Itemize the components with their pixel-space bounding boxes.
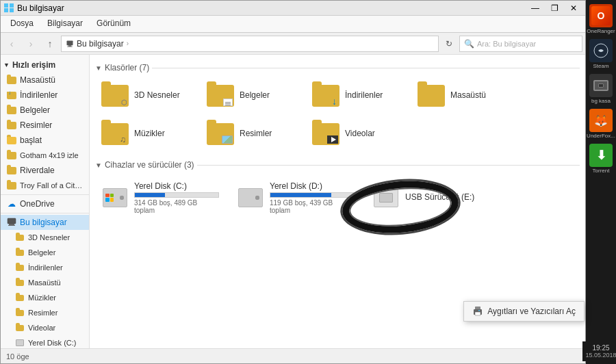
svg-rect-3	[10, 3, 14, 8]
sidebar-item-muzikler[interactable]: Müzikler	[1, 290, 89, 305]
svg-rect-6	[67, 46, 73, 47]
address-path-text: Bu bilgisayar	[77, 39, 124, 49]
drive-d-name: Yerel Disk (D:)	[270, 181, 355, 191]
taskbar-icon-torrent[interactable]: ⬇ Torrent	[588, 142, 614, 175]
folder-label-belgeler: Belgeler	[240, 90, 270, 101]
folder-item-resimler[interactable]: Resimler	[201, 116, 303, 152]
sidebar: ▼ Hızlı erişim Masaüstü İndirilenler Bel…	[1, 55, 90, 348]
sidebar-item-resimler2[interactable]: Resimler	[1, 305, 89, 320]
sidebar-item-baslat[interactable]: başlat	[1, 133, 89, 148]
drive-item-c[interactable]: Yerel Disk (C:) 314 GB boş, 489 GB topla…	[95, 175, 225, 220]
devices-section-header: ▼ Cihazlar ve sürücüler (3)	[95, 160, 580, 170]
date-display: 15.05.2018	[585, 352, 616, 359]
drive-c-name: Yerel Disk (C:)	[134, 181, 219, 191]
title-bar-controls: — ❐ ✕	[526, 2, 582, 14]
devices-chevron[interactable]: ▼	[95, 161, 102, 169]
svg-rect-0	[4, 8, 8, 12]
drive-d-space: 119 GB boş, 439 GB toplam	[270, 199, 355, 214]
folder-label-3d: 3D Nesneler	[134, 90, 180, 101]
folders-grid: ⬡ 3D Nesneler Belgeler	[95, 78, 580, 152]
sidebar-item-c[interactable]: Yerel Disk (C:)	[1, 335, 89, 348]
refresh-button[interactable]: ↻	[441, 36, 457, 51]
bgkasa-label: bg kasa	[591, 98, 611, 104]
ribbon-tab-gorunum[interactable]: Görünüm	[90, 16, 138, 32]
ribbon: Dosya Bilgisayar Görünüm	[1, 16, 585, 33]
folder-label-videolar: Videolar	[345, 129, 375, 140]
devices-header-text: Cihazlar ve sürücüler (3)	[105, 160, 194, 170]
sidebar-item-indirilenler2[interactable]: İndirilenler	[1, 260, 89, 275]
folder-item-indirilenler[interactable]: ↓ İndirilenler	[306, 78, 409, 114]
maximize-button[interactable]: ❐	[546, 2, 563, 14]
svg-rect-13	[475, 312, 480, 315]
drives-grid: Yerel Disk (C:) 314 GB boş, 489 GB topla…	[95, 175, 580, 220]
svg-rect-9	[8, 225, 15, 226]
sidebar-item-masaustu[interactable]: Masaüstü	[1, 73, 89, 88]
forward-button[interactable]: ›	[23, 36, 39, 52]
computer-small-icon	[66, 40, 74, 48]
svg-rect-2	[4, 3, 8, 8]
sidebar-item-indirilenler[interactable]: İndirilenler	[1, 88, 89, 103]
drive-item-usb[interactable]: USB Sürücüsü (E:)	[366, 175, 496, 220]
sidebar-item-belgeler[interactable]: Belgeler	[1, 103, 89, 118]
sidebar-item-resimler[interactable]: Resimler	[1, 118, 89, 133]
drive-d-bar	[270, 193, 331, 197]
sidebar-item-masaustu2[interactable]: Masaüstü	[1, 275, 89, 290]
tooltip-text: Aygıtları ve Yazıcıları Aç	[487, 307, 576, 316]
drive-usb-icon	[372, 188, 400, 207]
underfox-label: UnderFox...	[587, 133, 615, 139]
sidebar-item-riverdale[interactable]: Riverdale	[1, 163, 89, 178]
sidebar-item-belgeler2[interactable]: Belgeler	[1, 245, 89, 260]
computer-icon	[7, 218, 16, 227]
drive-usb-name: USB Sürücüsü (E:)	[405, 192, 490, 202]
close-button[interactable]: ✕	[565, 2, 582, 14]
status-bar: 10 öge	[1, 348, 585, 363]
sidebar-item-troy[interactable]: Troy Fall of a Cit…	[1, 178, 89, 193]
drive-d-icon	[237, 188, 264, 207]
sidebar-item-videolar[interactable]: Videolar	[1, 320, 89, 335]
drive-usb-info: USB Sürücüsü (E:)	[405, 192, 490, 203]
drive-c-space: 314 GB boş, 489 GB toplam	[134, 199, 219, 214]
svg-rect-1	[10, 8, 14, 12]
drive-c-icon	[101, 188, 129, 207]
folder-item-masaustu[interactable]: Masaüstü	[411, 78, 514, 114]
folder-item-3d[interactable]: ⬡ 3D Nesneler	[95, 78, 198, 114]
sidebar-item-3dnesneler[interactable]: 3D Nesneler	[1, 230, 89, 245]
back-button[interactable]: ‹	[3, 36, 20, 52]
svg-rect-7	[8, 218, 16, 224]
taskbar-icon-steam[interactable]: Steam	[588, 38, 614, 70]
folder-item-muzikler[interactable]: ♫ Müzikler	[95, 116, 198, 152]
svg-rect-5	[68, 45, 72, 47]
folder-label-masaustu: Masaüstü	[450, 90, 486, 101]
window-icon	[3, 3, 14, 14]
folder-label-muzikler: Müzikler	[134, 129, 165, 140]
address-input[interactable]: Bu bilgisayar ›	[61, 36, 439, 52]
taskbar-icon-underfox[interactable]: 🦊 UnderFox...	[588, 107, 614, 140]
quick-access-label: Hızlı erişim	[12, 60, 55, 70]
taskbar-icon-oneranger[interactable]: O OneRanger	[588, 3, 614, 36]
folders-chevron[interactable]: ▼	[95, 64, 102, 72]
folders-section-header: ▼ Klasörler (7)	[95, 63, 580, 73]
taskbar-icon-bgkasa[interactable]: bg kasa	[588, 73, 614, 105]
search-box[interactable]: 🔍 Ara: Bu bilgisayar	[459, 36, 582, 52]
sidebar-item-gotham[interactable]: Gotham 4x19 izle	[1, 148, 89, 163]
folder-item-videolar[interactable]: Videolar	[306, 116, 409, 152]
folder-label-indirilenler: İndirilenler	[345, 90, 383, 101]
up-button[interactable]: ↑	[42, 36, 58, 52]
printer-icon	[472, 306, 483, 317]
right-taskbar: O OneRanger Steam bg kasa	[586, 0, 616, 364]
steam-label: Steam	[593, 63, 608, 69]
drive-d-info: Yerel Disk (D:) 119 GB boş, 439 GB topla…	[270, 181, 355, 214]
ribbon-tab-bilgisayar[interactable]: Bilgisayar	[40, 16, 90, 32]
search-placeholder: Ara: Bu bilgisayar	[477, 40, 536, 48]
ribbon-tab-dosya[interactable]: Dosya	[3, 16, 40, 32]
folders-header-text: Klasörler (7)	[105, 63, 149, 73]
sidebar-item-computer[interactable]: Bu bilgisayar	[1, 215, 89, 230]
folder-item-belgeler[interactable]: Belgeler	[201, 78, 303, 114]
sidebar-item-onedrive[interactable]: ☁ OneDrive	[1, 196, 89, 211]
svg-rect-4	[67, 40, 73, 45]
search-icon: 🔍	[464, 39, 474, 49]
drive-item-d[interactable]: Yerel Disk (D:) 119 GB boş, 439 GB topla…	[231, 175, 361, 220]
sidebar-quick-access-header[interactable]: ▼ Hızlı erişim	[1, 57, 89, 73]
items-count: 10 öge	[6, 352, 29, 361]
minimize-button[interactable]: —	[526, 2, 544, 14]
